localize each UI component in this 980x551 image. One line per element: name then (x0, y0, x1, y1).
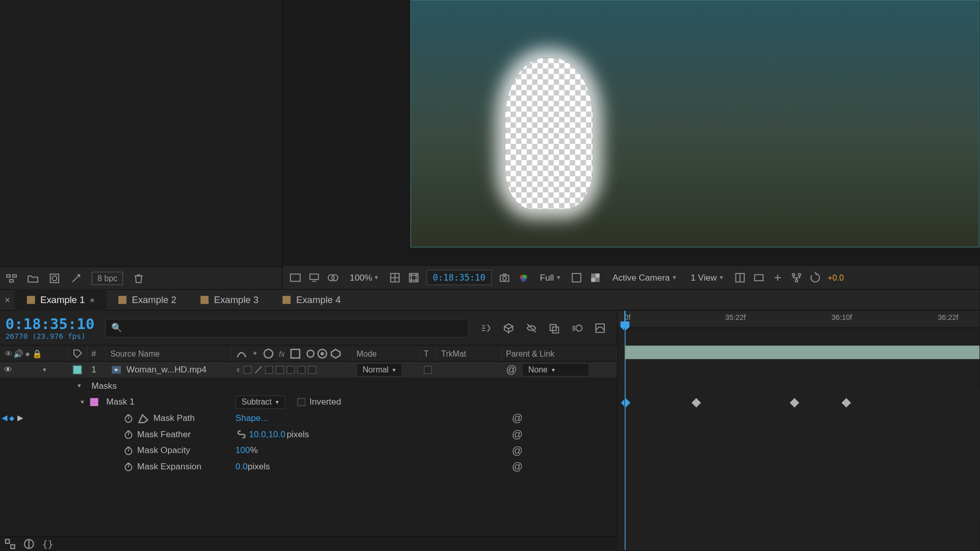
toggle-switches-icon[interactable] (4, 538, 16, 550)
mask-twirl-icon[interactable]: ▾ (78, 398, 86, 405)
constrain-icon[interactable] (235, 428, 248, 440)
quality-sw-icon[interactable]: fx (276, 347, 288, 360)
fx-sw-icon[interactable]: ✦ (249, 347, 261, 360)
camera-dropdown[interactable]: Active Camera▾ (608, 271, 680, 284)
monitor-icon[interactable] (308, 271, 321, 284)
keyframe[interactable] (621, 398, 630, 408)
flow-view-icon[interactable] (6, 272, 18, 284)
zoom-dropdown[interactable]: 100%▾ (346, 271, 382, 284)
quality-switch[interactable] (243, 365, 252, 373)
motion-blur-icon[interactable] (571, 322, 583, 334)
graph-editor-icon[interactable] (594, 322, 606, 334)
index-col-header[interactable]: # (87, 345, 106, 361)
new-comp-icon[interactable] (48, 272, 61, 284)
masks-twirl-icon[interactable]: ▾ (76, 382, 84, 389)
sw7[interactable] (298, 365, 306, 373)
mask-feather-row[interactable]: Mask Feather 10.0,10.0 pixels @ (0, 427, 617, 443)
pixel-aspect-icon[interactable] (752, 271, 765, 284)
tab-example-1[interactable]: Example 1≡ (15, 289, 106, 311)
mask-row[interactable]: ▾ Mask 1 Subtract▾ Inverted (0, 394, 617, 410)
stopwatch-icon[interactable] (124, 430, 133, 439)
inverted-checkbox[interactable] (298, 398, 306, 406)
pickwhip-icon[interactable]: @ (512, 444, 523, 457)
parent-col-header[interactable]: Parent & Link (502, 345, 617, 361)
sw6[interactable] (287, 365, 295, 373)
current-time-display[interactable]: 0:18:35:10 (427, 270, 492, 285)
layer-duration-bar[interactable] (624, 345, 979, 359)
toggle-alpha-icon[interactable] (289, 271, 302, 284)
sw5[interactable] (276, 365, 284, 373)
folder-icon[interactable] (27, 272, 39, 284)
next-kf-icon[interactable]: ▶ (17, 414, 23, 422)
preserve-transparency[interactable] (424, 365, 432, 373)
layer-label-color[interactable] (72, 365, 82, 374)
pickwhip-icon[interactable]: @ (512, 412, 523, 424)
viewer-canvas[interactable] (410, 0, 979, 247)
mask-shape-overlay[interactable] (505, 58, 593, 209)
solo-col-icon[interactable]: ● (23, 347, 32, 360)
reset-exposure-icon[interactable] (809, 271, 821, 284)
lock-col-icon[interactable]: 🔒 (32, 347, 41, 360)
label-col-icon[interactable] (72, 347, 83, 360)
prev-kf-icon[interactable]: ◀ (2, 414, 7, 422)
mask-path-value[interactable]: Shape... (235, 413, 268, 423)
stopwatch-icon[interactable] (124, 413, 133, 422)
mask-mode-dropdown[interactable]: Subtract▾ (235, 395, 285, 408)
toggle-modes-icon[interactable] (23, 538, 35, 550)
sw8[interactable] (308, 365, 316, 373)
tab-example-2[interactable]: Example 2 (106, 289, 188, 311)
mask-feather-value[interactable]: 10.0,10.0 (249, 429, 285, 439)
t-col-header[interactable]: T (420, 345, 437, 361)
tab-menu-icon[interactable]: ≡ (90, 296, 94, 304)
mode-col-header[interactable]: Mode (353, 345, 420, 361)
shy-switch[interactable]: ♀ (235, 365, 241, 373)
shy-sw-icon[interactable] (235, 347, 248, 360)
brackets-icon[interactable]: {} (42, 538, 54, 550)
fast-preview-icon[interactable] (771, 271, 783, 284)
keyframe[interactable] (790, 398, 799, 408)
pickwhip-icon[interactable]: @ (512, 460, 523, 472)
layer-row[interactable]: 👁 ▾ 1 Woman_w...HD.mp4 ♀ ／ (0, 362, 617, 378)
guides-icon[interactable] (408, 271, 420, 284)
add-kf-icon[interactable]: ◆ (9, 414, 15, 421)
pickwhip-icon[interactable]: @ (512, 428, 523, 440)
video-toggle-icon[interactable]: 👁 (4, 365, 12, 374)
masks-group-row[interactable]: ▾ Masks (0, 378, 617, 394)
keyframe[interactable] (692, 398, 701, 408)
channels-icon[interactable] (517, 271, 529, 284)
blend-mode-dropdown[interactable]: Normal▾ (357, 363, 402, 376)
mask-color-swatch[interactable] (90, 398, 99, 406)
frameblend-sw-icon[interactable] (289, 347, 302, 360)
grid-icon[interactable] (389, 271, 401, 284)
stopwatch-icon[interactable] (124, 445, 133, 455)
3d-sw-icon[interactable] (330, 347, 342, 360)
bpc-button[interactable]: 8 bpc (91, 271, 123, 285)
comp-mini-flow-icon[interactable] (480, 322, 492, 334)
timeline-tracks[interactable]: 0f 35:22f 36:10f 36:22f (618, 311, 979, 550)
frame-blend-icon[interactable] (548, 322, 560, 334)
mask-path-row[interactable]: ◀ ◆ ▶ Mask Path Shape... @ (0, 410, 617, 427)
adjust-icon[interactable] (70, 272, 82, 284)
view-layout-icon[interactable] (733, 271, 746, 284)
view-count-dropdown[interactable]: 1 View▾ (687, 271, 727, 284)
trkmat-col-header[interactable]: TrkMat (437, 345, 502, 361)
keyframe-track[interactable] (618, 397, 979, 409)
sw4[interactable] (265, 365, 274, 373)
tab-example-3[interactable]: Example 3 (188, 289, 271, 311)
edit-switch-icon[interactable]: ／ (255, 364, 263, 375)
layer-name[interactable]: Woman_w...HD.mp4 (127, 364, 207, 374)
moblur-sw-icon[interactable] (303, 347, 315, 360)
parent-dropdown[interactable]: None▾ (522, 363, 590, 376)
trash-icon[interactable] (133, 272, 145, 284)
snapshot-icon[interactable] (498, 271, 510, 284)
mask-expansion-value[interactable]: 0.0 (235, 461, 248, 471)
collapse-sw-icon[interactable] (262, 347, 275, 360)
keyframe[interactable] (842, 398, 851, 408)
transparency-grid-icon[interactable] (590, 271, 602, 284)
audio-col-icon[interactable]: 🔊 (13, 347, 22, 360)
stopwatch-icon[interactable] (124, 462, 133, 471)
adjlayer-sw-icon[interactable] (316, 347, 328, 360)
draft3d-icon[interactable] (503, 322, 515, 334)
mask-expansion-row[interactable]: Mask Expansion 0.0 pixels @ (0, 459, 617, 475)
flowchart-icon[interactable] (790, 271, 802, 284)
